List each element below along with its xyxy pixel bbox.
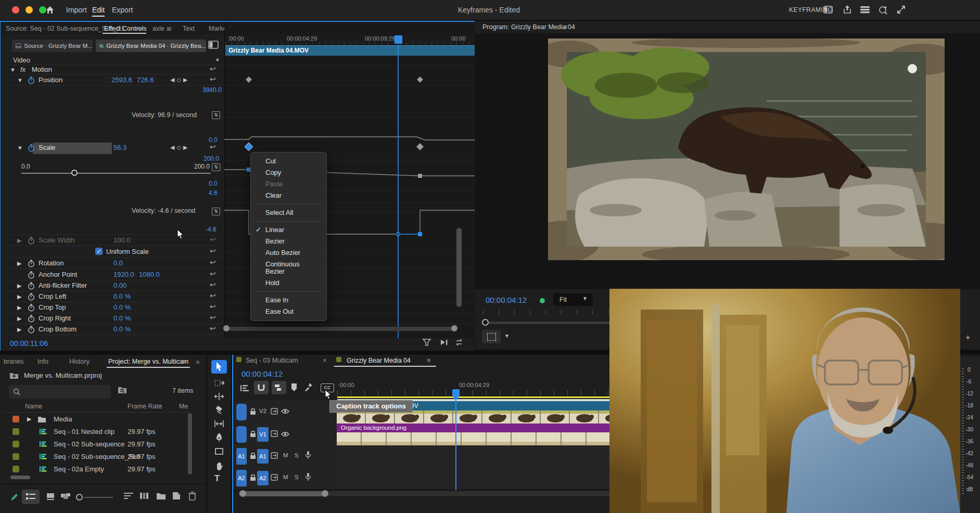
antiflicker-expand-icon[interactable]: ▶ (17, 283, 21, 289)
anchor-point-label[interactable]: Anchor Point (39, 271, 77, 278)
menu-item-ease-in[interactable]: Ease In (251, 294, 326, 306)
ec-source-clip-tab[interactable]: Source · Grizzly Bear M... (12, 40, 93, 52)
a1-voiceover-mic-icon[interactable] (305, 451, 311, 460)
add-marker-icon[interactable] (290, 383, 298, 392)
scale-graph-toggle[interactable]: ⇅ (212, 163, 220, 171)
v2-source-patch[interactable] (236, 404, 247, 420)
tab-history[interactable]: History (69, 358, 90, 365)
ec-motion-label[interactable]: Motion (32, 66, 52, 73)
anchor-stopwatch-icon[interactable] (28, 271, 35, 279)
play-audio-icon[interactable] (439, 338, 449, 347)
tab-libraries[interactable]: braries (4, 358, 23, 365)
search-enhance-icon[interactable] (878, 5, 888, 15)
menu-export[interactable]: Export (112, 6, 133, 14)
uniform-scale-checkbox[interactable]: ✓ (95, 248, 103, 255)
ec-zoom-handle-right[interactable] (451, 325, 457, 331)
crop-left-value[interactable]: 0.0 % (113, 292, 131, 300)
ec-video-collapse-icon[interactable]: ▲ (215, 56, 220, 62)
timeline-playhead-line[interactable] (455, 397, 456, 490)
ec-vertical-scrollbar[interactable] (456, 228, 462, 307)
timeline-panel-menu-icon[interactable]: ≡ (427, 356, 431, 364)
crop-top-reset-icon[interactable]: ↩ (210, 302, 216, 311)
crop-top-stopwatch-icon[interactable] (28, 304, 35, 312)
v2-sync-lock-icon[interactable] (271, 408, 278, 415)
button-editor-plus-icon[interactable]: + (965, 333, 970, 342)
crop-bottom-label[interactable]: Crop Bottom (39, 325, 77, 333)
menu-item-cut[interactable]: Cut (251, 156, 326, 167)
ec-zoom-handle-left[interactable] (223, 325, 230, 331)
crop-left-reset-icon[interactable]: ↩ (210, 291, 216, 300)
rotation-label[interactable]: Rotation (39, 259, 63, 267)
hand-tool[interactable] (211, 460, 227, 472)
timeline-scroll-handle-left[interactable] (239, 490, 246, 497)
type-tool[interactable]: T (214, 473, 220, 484)
new-bin-icon[interactable] (156, 492, 166, 500)
home-icon[interactable] (45, 5, 55, 15)
crop-right-expand-icon[interactable]: ▶ (17, 315, 21, 322)
v2-toggle-output-eye-icon[interactable] (281, 408, 289, 414)
row-expand-icon[interactable]: ▶ (27, 416, 31, 422)
tab-axle-ai[interactable]: axle ai (152, 25, 171, 32)
filter-properties-icon[interactable] (422, 338, 431, 347)
ripple-edit-tool[interactable] (211, 390, 227, 403)
audio-meters-panel[interactable]: 0 -6 -12 -18 -24 -30 -36 -42 -48 -54 dB (960, 357, 980, 513)
uniform-scale-reset-icon[interactable]: ↩ (210, 247, 216, 255)
ec-time-ruler[interactable]: :00:00 00:00:04:29 00:00:09:29 00:00 (225, 34, 475, 45)
label-chip[interactable] (12, 466, 19, 472)
crop-right-reset-icon[interactable]: ↩ (210, 313, 216, 322)
ec-position-label[interactable]: Position (39, 76, 62, 84)
menu-item-hold[interactable]: Hold (251, 277, 326, 289)
uniform-scale-label[interactable]: Uniform Scale (106, 248, 149, 255)
stacked-panels-icon[interactable] (860, 6, 870, 14)
antiflicker-stopwatch-icon[interactable] (28, 282, 35, 290)
a2-source-patch[interactable]: A2 (236, 470, 247, 486)
menu-item-continuous-bezier[interactable]: Continuous Bezier (251, 259, 326, 277)
scale-stopwatch-icon[interactable] (28, 144, 35, 152)
ec-scale-label[interactable]: Scale (39, 144, 56, 151)
slip-tool[interactable] (211, 417, 227, 430)
anchor-y-value[interactable]: 1080.0 (139, 271, 160, 278)
project-breadcrumb[interactable]: Merge vs. Multicam.prproj (24, 371, 102, 379)
scale-velocity-graph-toggle[interactable]: ⇅ (212, 208, 220, 215)
column-header-media[interactable]: Me (179, 403, 188, 410)
menu-import[interactable]: Import (66, 6, 87, 14)
a1-lock-icon[interactable] (250, 452, 256, 459)
safe-margins-button[interactable] (482, 330, 501, 343)
a2-sync-lock-icon[interactable] (271, 474, 278, 481)
v2-lock-icon[interactable] (250, 408, 256, 415)
tab-text[interactable]: Text (183, 25, 195, 32)
writable-pencil-icon[interactable] (10, 493, 19, 501)
crop-right-value[interactable]: 0.0 % (113, 314, 131, 322)
timeline-timecode[interactable]: 00:00:04:12 (241, 369, 283, 378)
menu-edit[interactable]: Edit (92, 6, 105, 17)
antiflicker-reset-icon[interactable]: ↩ (210, 280, 216, 289)
fullscreen-icon[interactable] (897, 5, 906, 14)
crop-top-label[interactable]: Crop Top (39, 303, 66, 311)
a2-solo-button[interactable]: S (295, 474, 299, 480)
scale-width-expand-icon[interactable]: ▶ (17, 237, 21, 244)
v2-track-target[interactable]: V2 (259, 408, 266, 414)
scale-slider-track[interactable] (21, 173, 211, 174)
nest-sequence-icon[interactable] (240, 384, 250, 392)
trash-icon[interactable] (188, 491, 196, 501)
a2-mute-button[interactable]: M (283, 474, 288, 480)
rotation-expand-icon[interactable]: ▶ (17, 260, 21, 267)
sort-ascending-icon[interactable]: ↑ (159, 403, 162, 410)
snap-toggle-button[interactable] (254, 381, 269, 394)
automate-to-sequence-icon[interactable] (139, 492, 150, 500)
tab-info[interactable]: Info (37, 358, 48, 365)
effect-controls-panel-menu-icon[interactable]: ≡ (137, 24, 142, 32)
crop-bottom-reset-icon[interactable]: ↩ (210, 324, 216, 332)
ec-active-clip-tab[interactable]: Grizzly Bear Media 04 · Grizzly Bea... (96, 40, 206, 52)
macos-close-button[interactable] (12, 6, 19, 14)
v1-lock-icon[interactable] (250, 430, 256, 438)
menu-item-clear[interactable]: Clear (251, 190, 326, 201)
project-row-seq1[interactable]: Seq - 01 Nested clip 29.97 fps (3, 426, 188, 438)
tab-project[interactable]: Project: Merge vs. Multicam (108, 358, 188, 365)
crop-bottom-stopwatch-icon[interactable] (28, 326, 35, 334)
label-chip[interactable] (12, 453, 19, 460)
program-scrubber-knob[interactable] (482, 319, 489, 326)
ec-zoom-scrollbar[interactable] (228, 327, 454, 331)
program-monitor-title[interactable]: Program: Grizzly Bear Media 04 (482, 23, 575, 31)
crop-top-expand-icon[interactable]: ▶ (17, 304, 21, 311)
